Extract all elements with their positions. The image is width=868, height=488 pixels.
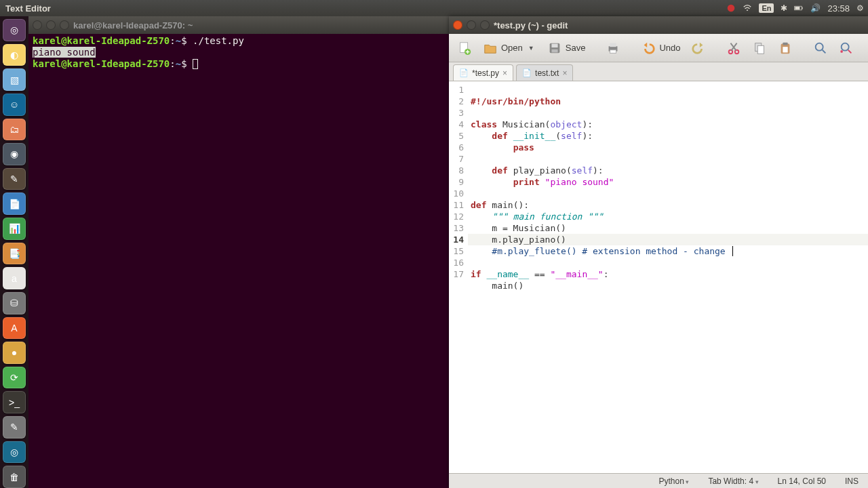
- search-button[interactable]: [809, 37, 832, 59]
- terminal-titlebar[interactable]: karel@karel-Ideapad-Z570: ~: [28, 16, 449, 34]
- gear-icon[interactable]: ⚙: [856, 3, 864, 13]
- battery-icon[interactable]: [794, 3, 804, 13]
- top-menubar: Text Editor En ✱ 🔊 23:58 ⚙: [0, 0, 868, 16]
- minimize-icon[interactable]: [46, 20, 56, 30]
- launcher-terminal[interactable]: >_: [3, 391, 26, 413]
- record-icon[interactable]: [726, 3, 736, 13]
- copy-button[interactable]: [748, 37, 771, 59]
- close-icon[interactable]: [453, 20, 462, 30]
- launcher-dash[interactable]: ◎: [3, 19, 26, 41]
- launcher-world[interactable]: ◎: [3, 441, 26, 464]
- editor-cursor: [732, 246, 733, 256]
- code-area[interactable]: #!/usr/bin/python class Musician(object)…: [468, 81, 868, 473]
- svg-rect-15: [758, 45, 764, 54]
- unity-launcher: ◎◐▧☺🗂◉✎📄📊📑a⛁A●⟳>_✎◎🗑: [0, 16, 28, 488]
- gedit-title: *test.py (~) - gedit: [494, 20, 568, 30]
- svg-rect-17: [783, 42, 788, 45]
- replace-button[interactable]: [835, 37, 858, 59]
- launcher-yellow[interactable]: ●: [3, 342, 26, 364]
- launcher-files[interactable]: 🗂: [3, 119, 26, 141]
- svg-point-19: [816, 43, 823, 50]
- file-icon: 📄: [459, 68, 469, 77]
- svg-rect-7: [551, 43, 557, 47]
- bluetooth-icon[interactable]: ✱: [781, 3, 787, 13]
- gedit-window: *test.py (~) - gedit Open▼ Save Undo 📄*t…: [449, 16, 868, 488]
- launcher-gimp[interactable]: ✎: [3, 168, 26, 190]
- editor-area[interactable]: 1234567891011121314151617 #!/usr/bin/pyt…: [449, 81, 868, 473]
- close-tab-icon[interactable]: ×: [562, 68, 567, 78]
- terminal-output-selected: piano sound: [33, 47, 96, 58]
- launcher-writer[interactable]: 📄: [3, 192, 26, 215]
- insert-mode: INS: [845, 476, 859, 486]
- app-title: Text Editor: [5, 3, 51, 14]
- terminal-window: karel@karel-Ideapad-Z570: ~ karel@karel-…: [28, 16, 449, 488]
- gedit-titlebar[interactable]: *test.py (~) - gedit: [449, 16, 868, 34]
- svg-rect-11: [610, 49, 616, 53]
- svg-rect-10: [610, 43, 616, 46]
- cut-button[interactable]: [722, 37, 745, 59]
- launcher-cube[interactable]: ▧: [3, 68, 26, 91]
- gedit-toolbar: Open▼ Save Undo: [449, 34, 868, 62]
- wifi-icon[interactable]: [743, 3, 752, 13]
- volume-icon[interactable]: 🔊: [810, 3, 821, 13]
- launcher-software[interactable]: A: [3, 317, 26, 340]
- system-indicators: En ✱ 🔊 23:58 ⚙: [726, 3, 864, 14]
- chevron-down-icon[interactable]: ▼: [526, 45, 536, 52]
- svg-rect-18: [783, 47, 788, 52]
- paste-button[interactable]: [774, 37, 797, 59]
- maximize-icon[interactable]: [480, 20, 490, 30]
- new-button[interactable]: [453, 37, 476, 59]
- svg-point-20: [842, 43, 849, 50]
- minimize-icon[interactable]: [467, 20, 476, 30]
- launcher-mozilla[interactable]: ☺: [3, 94, 26, 116]
- keyboard-indicator[interactable]: En: [759, 3, 774, 13]
- terminal-title: karel@karel-Ideapad-Z570: ~: [73, 20, 193, 30]
- launcher-steam[interactable]: ◉: [3, 143, 26, 165]
- launcher-amazon[interactable]: a: [3, 267, 26, 289]
- close-tab-icon[interactable]: ×: [502, 68, 507, 78]
- tab-bar: 📄*test.py× 📄test.txt×: [449, 62, 868, 81]
- language-selector[interactable]: Python: [659, 476, 690, 486]
- svg-rect-3: [795, 7, 800, 9]
- maximize-icon[interactable]: [60, 20, 69, 30]
- redo-button[interactable]: [687, 37, 710, 59]
- close-icon[interactable]: [33, 20, 42, 30]
- save-button[interactable]: Save: [543, 37, 590, 59]
- line-gutter: 1234567891011121314151617: [449, 81, 468, 473]
- cursor-position: Ln 14, Col 50: [778, 476, 826, 486]
- tabwidth-selector[interactable]: Tab Width: 4: [708, 476, 758, 486]
- launcher-impress[interactable]: 📑: [3, 243, 26, 265]
- launcher-calc[interactable]: 📊: [3, 218, 26, 240]
- terminal-body[interactable]: karel@karel-Ideapad-Z570:~$ ./test.py pi…: [28, 34, 449, 71]
- tab-testpy[interactable]: 📄*test.py×: [453, 64, 513, 81]
- launcher-trash[interactable]: 🗑: [3, 466, 26, 488]
- undo-button[interactable]: Undo: [637, 37, 684, 59]
- launcher-chrome[interactable]: ◐: [3, 44, 26, 66]
- terminal-cursor: [193, 59, 198, 69]
- svg-rect-2: [802, 7, 803, 9]
- svg-rect-8: [551, 49, 557, 52]
- open-button[interactable]: Open▼: [479, 37, 540, 59]
- launcher-disk[interactable]: ⛁: [3, 292, 26, 314]
- clock[interactable]: 23:58: [827, 3, 850, 14]
- launcher-editor[interactable]: ✎: [3, 416, 26, 439]
- gedit-statusbar: Python Tab Width: 4 Ln 14, Col 50 INS: [449, 473, 868, 488]
- svg-point-0: [728, 5, 735, 12]
- file-icon: 📄: [522, 68, 532, 77]
- print-button[interactable]: [601, 37, 625, 59]
- launcher-updater[interactable]: ⟳: [3, 367, 26, 389]
- tab-testtxt[interactable]: 📄test.txt×: [516, 64, 573, 81]
